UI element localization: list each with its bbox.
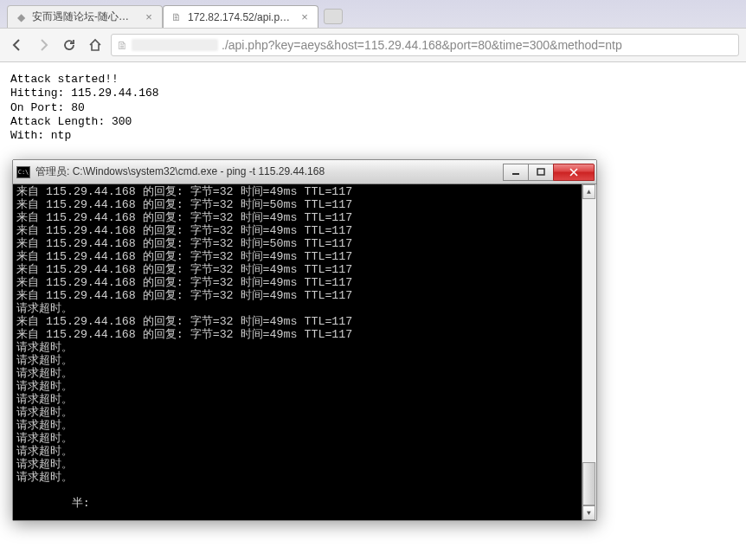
reload-button[interactable] — [59, 35, 80, 55]
scroll-thumb[interactable] — [582, 462, 595, 505]
new-tab-button[interactable] — [324, 9, 343, 24]
cmd-window[interactable]: C:\ 管理员: C:\Windows\system32\cmd.exe - p… — [12, 159, 597, 521]
home-button[interactable] — [85, 35, 106, 55]
browser-tab-1[interactable]: 🗎 172.82.174.52/api.php?k × — [163, 5, 318, 28]
cmd-output: 来自 115.29.44.168 的回复: 字节=32 时间=49ms TTL=… — [13, 184, 596, 520]
maximize-button[interactable] — [528, 164, 554, 181]
tab-title: 安而遇随论坛-随心而为,随 — [32, 10, 138, 24]
cmd-title: 管理员: C:\Windows\system32\cmd.exe - ping … — [35, 164, 504, 179]
window-controls — [504, 164, 595, 181]
favicon-icon: 🗎 — [170, 11, 183, 23]
address-bar[interactable]: 🗎 ./api.php?key=aeys&host=115.29.44.168&… — [111, 34, 739, 56]
close-tab-icon[interactable]: × — [143, 11, 155, 23]
scrollbar[interactable]: ▲ ▼ — [582, 184, 596, 520]
output-line: Hitting: 115.29.44.168 — [10, 87, 736, 100]
forward-button[interactable] — [33, 35, 54, 55]
browser-chrome: ◆ 安而遇随论坛-随心而为,随 × 🗎 172.82.174.52/api.ph… — [0, 0, 746, 62]
scroll-up-button[interactable]: ▲ — [582, 184, 595, 199]
page-body: Attack started!! Hitting: 115.29.44.168 … — [0, 62, 746, 153]
svg-rect-1 — [537, 169, 544, 175]
output-line: On Port: 80 — [10, 101, 736, 115]
back-button[interactable] — [7, 35, 28, 55]
url-blurred-segment — [132, 39, 218, 51]
svg-rect-0 — [512, 173, 519, 175]
output-line: With: ntp — [10, 129, 736, 143]
minimize-button[interactable] — [503, 164, 529, 181]
close-button[interactable] — [553, 164, 595, 181]
browser-tab-0[interactable]: ◆ 安而遇随论坛-随心而为,随 × — [7, 5, 163, 28]
close-tab-icon[interactable]: × — [299, 11, 311, 23]
tab-strip: ◆ 安而遇随论坛-随心而为,随 × 🗎 172.82.174.52/api.ph… — [0, 0, 746, 28]
favicon-icon: ◆ — [15, 11, 27, 23]
cmd-text: 来自 115.29.44.168 的回复: 字节=32 时间=49ms TTL=… — [16, 185, 352, 510]
cmd-titlebar[interactable]: C:\ 管理员: C:\Windows\system32\cmd.exe - p… — [13, 160, 596, 184]
tab-title: 172.82.174.52/api.php?k — [188, 11, 293, 23]
scroll-down-button[interactable]: ▼ — [582, 505, 595, 520]
output-line: Attack started!! — [10, 73, 736, 87]
page-icon: 🗎 — [117, 39, 128, 52]
url-text: ./api.php?key=aeys&host=115.29.44.168&po… — [222, 38, 622, 52]
cmd-icon: C:\ — [16, 166, 30, 178]
browser-toolbar: 🗎 ./api.php?key=aeys&host=115.29.44.168&… — [0, 28, 746, 62]
output-line: Attack Length: 300 — [10, 115, 736, 129]
